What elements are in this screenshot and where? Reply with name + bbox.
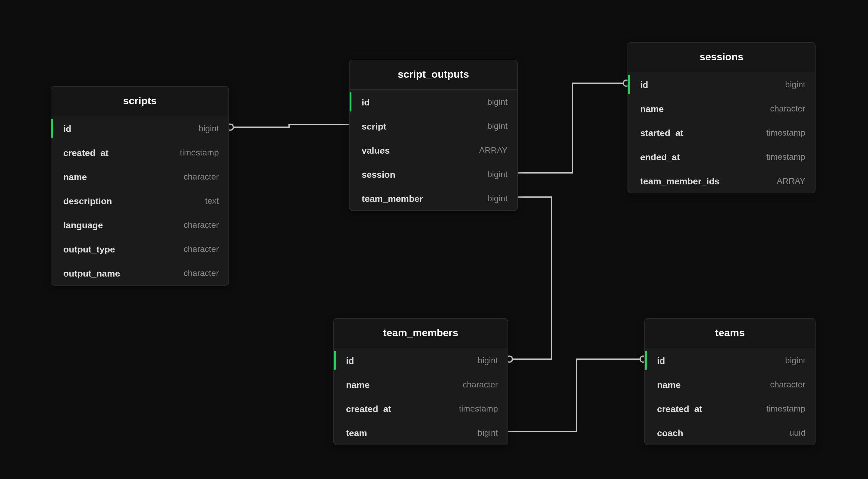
column-row[interactable]: namecharacter [51,164,228,189]
column-row[interactable]: idbigint [334,348,507,372]
column-row[interactable]: output_typecharacter [51,237,228,261]
column-name: id [341,355,354,365]
column-type: text [205,196,219,205]
column-row[interactable]: started_attimestamp [628,121,815,145]
table-title: scripts [51,87,228,116]
column-row[interactable]: descriptiontext [51,189,228,213]
column-row[interactable]: teambigint [334,420,507,445]
table-script_outputs[interactable]: script_outputsidbigintscriptbigintvalues… [349,60,518,211]
column-name: started_at [635,127,683,138]
column-type: bigint [785,79,805,89]
column-type: character [184,244,219,254]
column-name: created_at [652,404,702,414]
column-type: character [184,220,219,229]
column-row[interactable]: idbigint [51,116,228,140]
column-type: timestamp [767,404,805,413]
column-row[interactable]: idbigint [645,348,815,372]
column-type: ARRAY [479,145,507,155]
column-row[interactable]: languagecharacter [51,213,228,237]
column-name: language [59,220,103,230]
column-type: ARRAY [777,176,805,186]
primary-key-indicator [628,75,630,94]
table-title: script_outputs [350,60,517,90]
table-title: sessions [628,43,815,72]
column-name: created_at [59,147,108,158]
primary-key-indicator [645,351,647,370]
column-name: output_name [59,268,120,278]
column-row[interactable]: created_attimestamp [645,396,815,420]
column-row[interactable]: namecharacter [628,96,815,121]
column-type: bigint [487,169,507,179]
column-row[interactable]: created_attimestamp [51,140,228,164]
column-type: timestamp [767,128,805,137]
column-name: team [341,427,367,438]
column-row[interactable]: valuesARRAY [350,138,517,162]
column-type: bigint [785,355,805,365]
column-row[interactable]: output_namecharacter [51,261,228,285]
column-type: bigint [487,97,507,107]
column-name: team_member_ids [635,175,719,186]
table-sessions[interactable]: sessionsidbigintnamecharacterstarted_att… [627,42,815,193]
er-diagram-canvas[interactable]: scriptsidbigintcreated_attimestampnamech… [0,0,868,479]
column-name: ended_at [635,152,680,162]
relation-connector [508,197,552,359]
column-type: timestamp [767,152,805,161]
column-name: script [357,121,386,131]
column-type: character [184,172,219,181]
table-scripts[interactable]: scriptsidbigintcreated_attimestampnamech… [51,86,229,286]
column-name: id [635,79,648,90]
column-row[interactable]: ended_attimestamp [628,145,815,169]
primary-key-indicator [350,92,351,111]
column-row[interactable]: sessionbigint [350,162,517,186]
column-type: character [184,268,219,278]
column-type: bigint [487,193,507,203]
relation-connector [229,125,349,127]
column-type: character [770,380,805,389]
column-name: id [652,355,665,365]
column-name: values [357,145,390,155]
column-type: bigint [487,121,507,131]
column-type: timestamp [180,148,219,157]
column-type: bigint [198,124,219,133]
column-row[interactable]: coachuuid [645,420,815,445]
table-title: teams [645,319,815,348]
column-name: output_type [59,244,115,254]
table-teams[interactable]: teamsidbigintnamecharactercreated_attime… [644,318,815,445]
column-name: description [59,195,112,206]
column-name: name [59,171,87,182]
column-type: uuid [789,428,805,438]
column-name: team_member [357,193,423,203]
column-name: id [357,97,370,107]
relation-connector [508,359,644,432]
column-name: name [652,379,681,389]
column-type: bigint [478,428,498,438]
primary-key-indicator [334,351,336,370]
column-name: coach [652,427,683,438]
column-type: timestamp [459,404,498,413]
column-row[interactable]: idbigint [350,90,517,114]
column-type: character [770,104,805,113]
table-team_members[interactable]: team_membersidbigintnamecharactercreated… [333,318,508,445]
column-name: name [341,379,370,389]
column-name: created_at [341,404,391,414]
column-name: name [635,103,664,114]
column-row[interactable]: team_memberbigint [350,186,517,210]
column-name: id [59,123,71,133]
column-row[interactable]: scriptbigint [350,114,517,138]
column-row[interactable]: namecharacter [645,372,815,396]
column-type: character [463,380,498,389]
column-row[interactable]: idbigint [628,72,815,96]
primary-key-indicator [51,119,53,138]
table-title: team_members [334,319,507,348]
column-type: bigint [478,355,498,365]
relation-connector [518,83,627,173]
column-name: session [357,169,396,179]
column-row[interactable]: created_attimestamp [334,396,507,420]
column-row[interactable]: team_member_idsARRAY [628,169,815,193]
column-row[interactable]: namecharacter [334,372,507,396]
